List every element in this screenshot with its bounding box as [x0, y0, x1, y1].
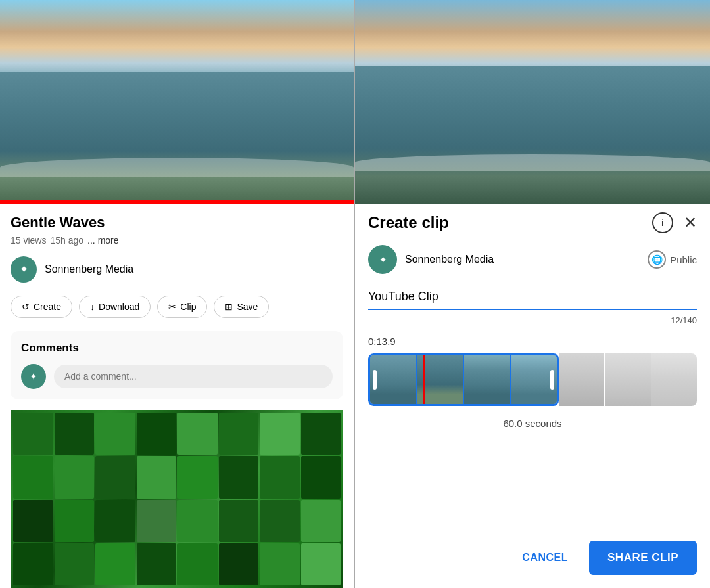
clip-title-container — [368, 287, 697, 310]
download-button[interactable]: ↓ Download — [79, 296, 151, 318]
timeline-track[interactable] — [368, 353, 697, 406]
green-mosaic — [11, 410, 343, 588]
comment-input[interactable] — [54, 365, 333, 388]
creator-avatar: ✦ — [368, 245, 397, 274]
comments-title: Comments — [21, 342, 333, 355]
mosaic-cell — [301, 413, 341, 455]
mosaic-cell — [301, 500, 341, 542]
create-icon: ↺ — [22, 302, 30, 312]
mosaic-cell — [219, 413, 259, 455]
download-label: Download — [99, 302, 139, 312]
mosaic-cell — [260, 500, 300, 542]
mosaic-cell — [260, 543, 300, 585]
channel-name: Sonnenberg Media — [45, 263, 133, 275]
mosaic-cell — [137, 543, 177, 585]
channel-avatar-icon: ✦ — [19, 262, 29, 277]
mosaic-cell — [13, 456, 53, 498]
timeline-frame-dim — [651, 353, 697, 406]
channel-avatar[interactable]: ✦ — [11, 256, 37, 283]
creator-left: ✦ Sonnenberg Media — [368, 245, 494, 274]
mosaic-cell — [55, 413, 95, 455]
duration-label: 60.0 seconds — [368, 418, 697, 429]
globe-icon: 🌐 — [648, 250, 666, 269]
timeline-selected-inner — [370, 355, 557, 404]
download-icon: ↓ — [90, 302, 95, 312]
video-meta: 15 views 15h ago ... more — [11, 235, 343, 246]
mosaic-cell — [137, 413, 177, 455]
bottom-sheet: Create clip i ✕ ✦ Sonnenberg Media 🌐 Pub… — [355, 191, 710, 588]
mosaic-cell — [13, 500, 53, 542]
mosaic-cell — [178, 500, 218, 542]
clip-icon: ✂ — [168, 302, 176, 312]
sheet-footer: CANCEL SHARE CLIP — [368, 530, 697, 588]
mosaic-cell — [219, 500, 259, 542]
mosaic-cell — [137, 456, 177, 498]
timeline-handle-left[interactable] — [373, 370, 377, 390]
mosaic-cell — [95, 456, 135, 498]
comments-section: Comments ✦ — [11, 331, 343, 399]
mosaic-cell — [137, 500, 177, 542]
action-buttons: ↺ Create ↓ Download ✂ Clip ⊞ Save — [11, 296, 343, 318]
save-label: Save — [237, 302, 258, 312]
mosaic-cell — [301, 543, 341, 585]
time-ago: 15h ago — [50, 235, 83, 246]
sheet-title: Create clip — [368, 214, 449, 232]
right-video-thumbnail — [355, 0, 710, 204]
mosaic-cell — [301, 456, 341, 498]
timeline-frame — [370, 355, 416, 404]
mosaic-cell — [55, 543, 95, 585]
char-count: 12/140 — [368, 315, 697, 325]
timeline-frame-dim — [605, 353, 650, 406]
comment-input-row: ✦ — [21, 364, 333, 389]
mosaic-cell — [178, 413, 218, 455]
video-title: Gentle Waves — [11, 214, 343, 231]
create-button[interactable]: ↺ Create — [11, 296, 72, 318]
info-icon: i — [661, 217, 664, 228]
sheet-header: Create clip i ✕ — [368, 212, 697, 233]
left-panel: Gentle Waves 15 views 15h ago ... more ✦… — [0, 0, 355, 588]
info-button[interactable]: i — [652, 212, 673, 233]
mosaic-cell — [178, 543, 218, 585]
visibility-label: Public — [670, 254, 697, 265]
mosaic-cell — [219, 543, 259, 585]
mosaic-cell — [95, 543, 135, 585]
cancel-button[interactable]: CANCEL — [511, 544, 579, 572]
mosaic-cell — [219, 456, 259, 498]
mosaic-cell — [95, 500, 135, 542]
more-button[interactable]: ... more — [87, 235, 118, 246]
close-button[interactable]: ✕ — [684, 215, 697, 231]
mosaic-cell — [178, 456, 218, 498]
right-panel: Create clip i ✕ ✦ Sonnenberg Media 🌐 Pub… — [355, 0, 710, 588]
clip-label: Clip — [180, 302, 196, 312]
mosaic-cell — [13, 543, 53, 585]
sheet-header-actions: i ✕ — [652, 212, 697, 233]
mosaic-cell — [260, 456, 300, 498]
creator-name: Sonnenberg Media — [405, 254, 494, 265]
mosaic-cell — [260, 413, 300, 455]
timeline-playhead — [423, 355, 425, 404]
mosaic-cell — [13, 413, 53, 455]
mosaic-cell — [55, 456, 95, 498]
left-video-thumbnail — [0, 0, 354, 204]
timeline-handle-right[interactable] — [550, 370, 554, 390]
clip-title-input[interactable] — [368, 287, 697, 306]
save-button[interactable]: ⊞ Save — [214, 296, 269, 318]
creator-avatar-icon: ✦ — [379, 254, 387, 266]
user-avatar: ✦ — [21, 364, 46, 389]
create-label: Create — [34, 302, 61, 312]
user-avatar-icon: ✦ — [30, 371, 37, 382]
channel-row: ✦ Sonnenberg Media — [11, 256, 343, 283]
share-clip-button[interactable]: SHARE CLIP — [589, 541, 697, 575]
creator-row: ✦ Sonnenberg Media 🌐 Public — [368, 245, 697, 274]
timestamp-label: 0:13.9 — [368, 336, 697, 347]
timeline-selected[interactable] — [368, 353, 559, 406]
view-count: 15 views — [11, 235, 46, 246]
timeline-container[interactable] — [368, 353, 697, 406]
mosaic-cell — [95, 413, 135, 455]
clip-button[interactable]: ✂ Clip — [157, 296, 207, 318]
timeline-frame — [464, 355, 510, 404]
save-icon: ⊞ — [225, 302, 233, 312]
timeline-unselected — [559, 353, 697, 406]
visibility-badge: 🌐 Public — [648, 250, 697, 269]
mosaic-cell — [55, 500, 95, 542]
